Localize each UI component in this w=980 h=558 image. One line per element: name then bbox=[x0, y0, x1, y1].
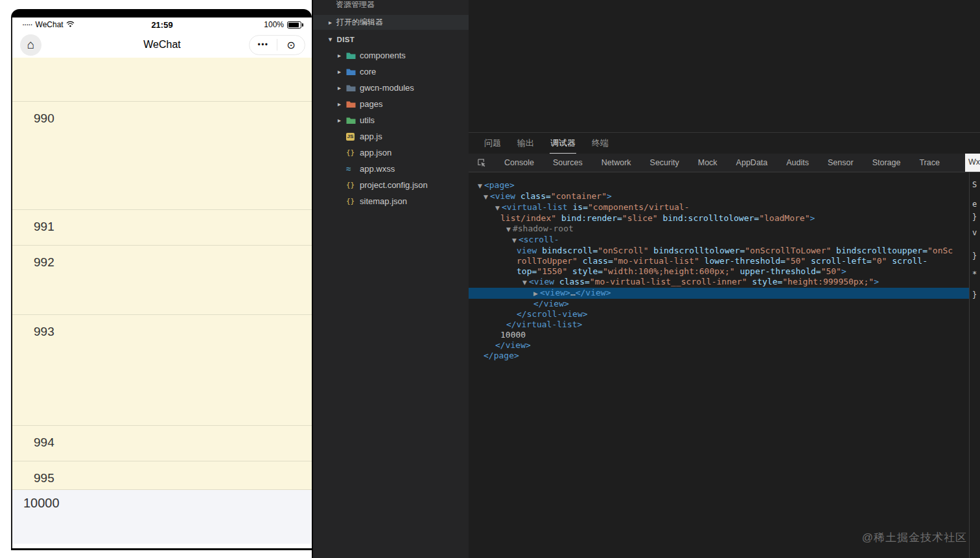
explorer-item-app-wxss[interactable]: ≈app.wxss bbox=[313, 161, 469, 177]
more-menu-button[interactable]: ••• bbox=[250, 40, 277, 49]
explorer-item-label: core bbox=[360, 67, 376, 76]
explorer-item-label: utils bbox=[360, 115, 375, 125]
devtools-tab-sources[interactable]: Sources bbox=[553, 158, 583, 167]
styles-fragment: * bbox=[972, 270, 977, 279]
folder-icon bbox=[346, 117, 360, 124]
dom-node[interactable]: ▼<virtual-list is="components/virtual- bbox=[469, 202, 969, 213]
dom-node[interactable]: </view> bbox=[469, 340, 969, 351]
chevron-right-icon: ▸ bbox=[338, 100, 346, 108]
editor-empty-area bbox=[469, 0, 980, 132]
explorer-item-app-js[interactable]: JSapp.js bbox=[313, 128, 469, 145]
wxml-dom-area: ▼<page>▼<view class="container">▼<virtua… bbox=[469, 172, 980, 558]
close-minibar-button[interactable]: ⊙ bbox=[277, 39, 305, 51]
list-item[interactable]: 994 bbox=[12, 426, 312, 461]
folder-icon bbox=[346, 84, 360, 92]
devtools-tab-audits[interactable]: Audits bbox=[786, 158, 809, 167]
list-item[interactable]: 993 bbox=[12, 315, 312, 426]
list-item-label: 990 bbox=[12, 102, 312, 126]
bottom-panel: 问题输出调试器终端 ConsoleSourcesNetworkSecurityM… bbox=[469, 132, 980, 558]
dom-node[interactable]: ▼<view class="container"> bbox=[469, 191, 969, 202]
open-editors-label: 打开的编辑器 bbox=[336, 17, 383, 28]
styles-fragment: } bbox=[972, 290, 977, 299]
json-file-icon: {} bbox=[346, 148, 360, 157]
devtools-tab-console[interactable]: Console bbox=[504, 158, 534, 167]
explorer-item-label: app.js bbox=[360, 132, 382, 141]
dom-node[interactable]: </virtual-list> bbox=[469, 320, 969, 330]
explorer-item-project-config-json[interactable]: {}project.config.json bbox=[313, 177, 469, 193]
workspace-root-label: DIST bbox=[336, 36, 355, 43]
devtools-tab-trace[interactable]: Trace bbox=[919, 158, 940, 167]
dom-node-selected[interactable]: ▶<view>…</view> bbox=[469, 288, 969, 299]
chevron-right-icon: ▸ bbox=[338, 52, 346, 59]
explorer-item-label: components bbox=[360, 51, 406, 60]
dom-node[interactable]: ▼#shadow-root bbox=[469, 224, 969, 235]
list-item-label: 995 bbox=[12, 461, 312, 485]
explorer-item-app-json[interactable]: {}app.json bbox=[313, 145, 469, 161]
styles-fragment: } bbox=[972, 213, 977, 222]
dom-node[interactable]: ▼<scroll- bbox=[469, 235, 969, 246]
explorer-item-label: sitemap.json bbox=[360, 196, 407, 206]
styles-fragment: S bbox=[972, 180, 977, 189]
devtools-tab-security[interactable]: Security bbox=[650, 158, 679, 167]
explorer-item-label: app.json bbox=[360, 148, 391, 157]
explorer-title: 资源管理器 bbox=[313, 0, 469, 8]
devtools-tab-sensor[interactable]: Sensor bbox=[828, 158, 854, 167]
explorer-item-sitemap-json[interactable]: {}sitemap.json bbox=[313, 193, 469, 209]
wxss-file-icon: ≈ bbox=[346, 164, 360, 174]
list-item[interactable]: 991 bbox=[12, 210, 312, 246]
tab-wxml-partial[interactable]: Wx bbox=[965, 154, 980, 172]
status-bar: ••••• WeChat 21:59 100% bbox=[12, 17, 312, 32]
inspect-element-icon[interactable] bbox=[477, 158, 487, 168]
panel-tab-0[interactable]: 问题 bbox=[484, 133, 502, 154]
dom-node[interactable]: </view> bbox=[469, 299, 969, 309]
workspace-root-dist[interactable]: ▾ DIST bbox=[313, 31, 469, 47]
home-button[interactable]: ⌂ bbox=[20, 34, 41, 56]
home-icon: ⌂ bbox=[27, 38, 34, 52]
explorer-item-components[interactable]: ▸components bbox=[313, 47, 469, 64]
list-item-label: 994 bbox=[12, 426, 312, 450]
dom-node[interactable]: </scroll-view> bbox=[469, 309, 969, 320]
open-editors-section[interactable]: ▸ 打开的编辑器 bbox=[313, 15, 469, 30]
list-item[interactable] bbox=[12, 58, 312, 102]
dom-node[interactable]: 10000 bbox=[469, 330, 969, 340]
dom-node[interactable]: rollToUpper" class="mo-virtual-list" low… bbox=[469, 256, 969, 266]
phone-screen: ••••• WeChat 21:59 100% ⌂ WeChat ••• ⊙ bbox=[11, 17, 312, 548]
styles-fragment: v bbox=[972, 228, 977, 237]
panel-tab-1[interactable]: 输出 bbox=[517, 133, 535, 154]
explorer-item-core[interactable]: ▸core bbox=[313, 64, 469, 80]
chevron-right-icon: ▸ bbox=[338, 84, 346, 91]
devtools-tab-mock[interactable]: Mock bbox=[698, 158, 718, 167]
chevron-right-icon: ▸ bbox=[338, 117, 346, 124]
explorer-item-pages[interactable]: ▸pages bbox=[313, 96, 469, 112]
list-item-label bbox=[12, 58, 312, 67]
dom-node[interactable]: view bindscroll="onScroll" bindscrolltol… bbox=[469, 246, 969, 256]
dom-node[interactable]: ▼<view class="mo-virtual-list__scroll-in… bbox=[469, 277, 969, 288]
list-item[interactable]: 992 bbox=[12, 246, 312, 315]
dom-node[interactable]: </page> bbox=[469, 351, 969, 361]
explorer-item-label: app.wxss bbox=[360, 164, 395, 174]
explorer-item-utils[interactable]: ▸utils bbox=[313, 112, 469, 128]
explorer-item-label: project.config.json bbox=[360, 180, 428, 190]
panel-tab-2[interactable]: 调试器 bbox=[550, 133, 576, 154]
folder-icon bbox=[346, 68, 360, 76]
explorer-items: ▸components▸core▸gwcn-modules▸pages▸util… bbox=[313, 47, 469, 209]
capsule-menu: ••• ⊙ bbox=[249, 35, 305, 55]
list-item[interactable]: 990 bbox=[12, 102, 312, 210]
phone-top-bezel bbox=[11, 9, 312, 17]
panel-tab-3[interactable]: 终端 bbox=[591, 133, 609, 154]
dom-node[interactable]: ▼<page> bbox=[469, 180, 969, 191]
list-item-label: 993 bbox=[12, 315, 312, 339]
list-item[interactable]: 995 bbox=[12, 461, 312, 490]
devtools-tab-appdata[interactable]: AppData bbox=[736, 158, 768, 167]
explorer-item-gwcn-modules[interactable]: ▸gwcn-modules bbox=[313, 80, 469, 96]
devtools-tab-storage[interactable]: Storage bbox=[872, 158, 901, 167]
devtools-tab-network[interactable]: Network bbox=[601, 158, 631, 167]
devtools-tab-bar: ConsoleSourcesNetworkSecurityMockAppData… bbox=[469, 154, 980, 172]
battery-icon bbox=[287, 21, 301, 29]
dom-node[interactable]: top="1550" style="width:100%;height:600p… bbox=[469, 266, 969, 277]
json-file-icon: {} bbox=[346, 197, 360, 205]
watermark-label: @稀土掘金技术社区 bbox=[862, 530, 967, 545]
dom-node[interactable]: list/index" bind:render="slice" bind:scr… bbox=[469, 213, 969, 224]
chevron-down-icon: ▾ bbox=[329, 36, 332, 43]
wxml-tree: ▼<page>▼<view class="container">▼<virtua… bbox=[469, 180, 969, 558]
